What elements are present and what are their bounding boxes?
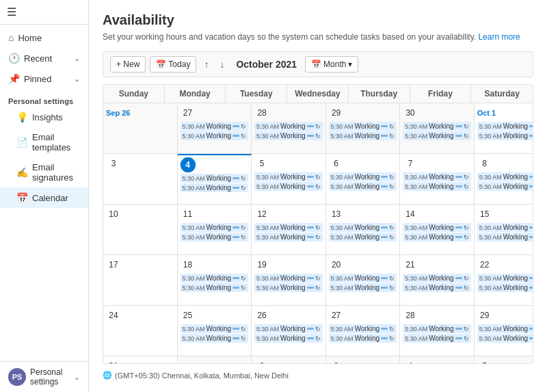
cal-event[interactable]: 5:30 AM Working ↻ <box>254 223 323 232</box>
cal-event[interactable]: 5:30 AM Working ↻ <box>403 131 471 140</box>
cal-cell-29[interactable]: 295:30 AM Working ↻5:30 AM Working ↻ <box>326 103 401 154</box>
sidebar-item-home[interactable]: ⌂ Home <box>0 27 88 48</box>
learn-more-link[interactable]: Learn more <box>478 32 520 42</box>
cal-event[interactable]: 5:30 AM Working ↻ <box>181 183 249 192</box>
cal-event[interactable]: 5:30 AM Working ↻ <box>329 233 397 241</box>
cal-event[interactable]: 5:30 AM Working ↻ <box>181 283 249 292</box>
cal-event[interactable]: 5:30 AM Working ↻ <box>181 233 249 241</box>
cal-event[interactable]: 5:30 AM Working ↻ <box>329 131 397 140</box>
cal-cell-8[interactable]: 85:30 AM Working ↻5:30 AM Working ↻ <box>475 154 533 205</box>
cal-cell-31[interactable]: 315:30 AM Working ↻5:30 AM Working ↻ <box>103 356 178 364</box>
sidebar-item-calendar[interactable]: 📅 Calendar <box>0 187 88 208</box>
cal-event[interactable]: 5:30 AM Working ↻ <box>329 334 397 343</box>
cal-cell-3[interactable]: 3 <box>103 154 178 205</box>
cal-event[interactable]: 5:30 AM Working ↻ <box>477 334 533 343</box>
cal-cell-27[interactable]: 275:30 AM Working ↻5:30 AM Working ↻ <box>178 103 252 154</box>
cal-event[interactable]: 5:30 AM Working ↻ <box>403 274 471 283</box>
cal-cell-15[interactable]: 155:30 AM Working ↻5:30 AM Working ↻ <box>475 205 533 255</box>
cal-event[interactable]: 5:30 AM Working ↻ <box>477 233 533 241</box>
cal-cell-4[interactable]: 45:30 AM Working ↻5:30 AM Working ↻ <box>178 154 252 205</box>
cal-cell-5[interactable]: 55:30 AM Working ↻5:30 AM Working ↻ <box>475 356 533 364</box>
cal-event[interactable]: 5:30 AM Working ↻ <box>477 182 533 191</box>
cal-cell-29[interactable]: 295:30 AM Working ↻5:30 AM Working ↻ <box>475 306 533 356</box>
cal-cell-3[interactable]: 35:30 AM Working ↻5:30 AM Working ↻ <box>326 356 401 364</box>
cal-cell-21[interactable]: 215:30 AM Working ↻5:30 AM Working ↻ <box>400 255 475 306</box>
cal-cell-2[interactable]: 25:30 AM Working ↻5:30 AM Working ↻ <box>252 356 326 364</box>
sidebar-footer[interactable]: PS Personal settings ⌄ <box>0 361 88 392</box>
cal-event[interactable]: 5:30 AM Working ↻ <box>329 172 397 181</box>
cal-cell-18[interactable]: 185:30 AM Working ↻5:30 AM Working ↻ <box>178 255 252 306</box>
cal-event[interactable]: 5:30 AM Working ↻ <box>254 283 323 292</box>
cal-cell-1[interactable]: Oct 15:30 AM Working ↻5:30 AM Working ↻ <box>475 103 533 154</box>
cal-cell-22[interactable]: 225:30 AM Working ↻5:30 AM Working ↻ <box>475 255 533 306</box>
sidebar-item-email-signatures[interactable]: ✍ Email signatures <box>0 157 88 187</box>
cal-event[interactable]: 5:30 AM Working ↻ <box>403 172 471 181</box>
cal-event[interactable]: 5:30 AM Working ↻ <box>254 172 323 181</box>
cal-event[interactable]: 5:30 AM Working ↻ <box>403 223 471 232</box>
cal-cell-27[interactable]: 275:30 AM Working ↻5:30 AM Working ↻ <box>326 306 401 356</box>
cal-event[interactable]: 5:30 AM Working ↻ <box>254 324 323 333</box>
hamburger-icon[interactable]: ☰ <box>7 5 81 18</box>
cal-cell-7[interactable]: 75:30 AM Working ↻5:30 AM Working ↻ <box>400 154 475 205</box>
cal-cell-25[interactable]: 255:30 AM Working ↻5:30 AM Working ↻ <box>178 306 252 356</box>
cal-event[interactable]: 5:30 AM Working ↻ <box>254 131 323 140</box>
cal-event[interactable]: 5:30 AM Working ↻ <box>403 122 471 131</box>
cal-cell-4[interactable]: 45:30 AM Working ↻5:30 AM Working ↻ <box>400 356 475 364</box>
cal-cell-14[interactable]: 145:30 AM Working ↻5:30 AM Working ↻ <box>400 205 475 255</box>
cal-event[interactable]: 5:30 AM Working ↻ <box>181 274 249 283</box>
cal-cell-17[interactable]: 17 <box>103 255 178 306</box>
cal-event[interactable]: 5:30 AM Working ↻ <box>477 122 533 131</box>
cal-event[interactable]: 5:30 AM Working ↻ <box>254 334 323 343</box>
today-button[interactable]: 📅 Today <box>150 56 196 73</box>
cal-event[interactable]: 5:30 AM Working ↻ <box>254 182 323 191</box>
view-button[interactable]: 📅 Month ▾ <box>305 56 358 73</box>
cal-cell-26[interactable]: 265:30 AM Working ↻5:30 AM Working ↻ <box>252 306 326 356</box>
cal-event[interactable]: 5:30 AM Working ↻ <box>181 223 249 232</box>
cal-event[interactable]: 5:30 AM Working ↻ <box>477 172 533 181</box>
sidebar-item-pinned[interactable]: 📌 Pinned ⌄ <box>0 68 88 89</box>
cal-event[interactable]: 5:30 AM Working ↻ <box>254 274 323 283</box>
nav-down-button[interactable]: ↓ <box>216 57 228 72</box>
sidebar-item-recent[interactable]: 🕐 Recent ⌄ <box>0 48 88 68</box>
cal-cell-26[interactable]: Sep 26 <box>103 103 178 154</box>
cal-event[interactable]: 5:30 AM Working ↻ <box>254 233 323 241</box>
cal-cell-11[interactable]: 115:30 AM Working ↻5:30 AM Working ↻ <box>178 205 252 255</box>
cal-event[interactable]: 5:30 AM Working ↻ <box>329 122 397 131</box>
cal-event[interactable]: 5:30 AM Working ↻ <box>329 324 397 333</box>
cal-event[interactable]: 5:30 AM Working ↻ <box>181 131 249 140</box>
cal-event[interactable]: 5:30 AM Working ↻ <box>477 283 533 292</box>
cal-event[interactable]: 5:30 AM Working ↻ <box>181 122 249 131</box>
cal-cell-5[interactable]: 55:30 AM Working ↻5:30 AM Working ↻ <box>252 154 326 205</box>
cal-cell-28[interactable]: 285:30 AM Working ↻5:30 AM Working ↻ <box>400 306 475 356</box>
cal-event[interactable]: 5:30 AM Working ↻ <box>329 274 397 283</box>
cal-event[interactable]: 5:30 AM Working ↻ <box>477 324 533 333</box>
cal-event[interactable]: 5:30 AM Working ↻ <box>403 182 471 191</box>
cal-cell-12[interactable]: 125:30 AM Working ↻5:30 AM Working ↻ <box>252 205 326 255</box>
cal-cell-6[interactable]: 65:30 AM Working ↻5:30 AM Working ↻ <box>326 154 401 205</box>
cal-cell-10[interactable]: 10 <box>103 205 178 255</box>
cal-cell-30[interactable]: 305:30 AM Working ↻5:30 AM Working ↻ <box>400 103 475 154</box>
nav-up-button[interactable]: ↑ <box>200 57 212 72</box>
cal-event[interactable]: 5:30 AM Working ↻ <box>403 324 471 333</box>
cal-event[interactable]: 5:30 AM Working ↻ <box>329 223 397 232</box>
cal-event[interactable]: 5:30 AM Working ↻ <box>403 283 471 292</box>
cal-event[interactable]: 5:30 AM Working ↻ <box>329 283 397 292</box>
cal-event[interactable]: 5:30 AM Working ↻ <box>403 233 471 241</box>
cal-event[interactable]: 5:30 AM Working ↻ <box>254 122 323 131</box>
sidebar-item-insights[interactable]: 💡 Insights <box>0 107 88 127</box>
cal-event[interactable]: 5:30 AM Working ↻ <box>477 131 533 140</box>
cal-event[interactable]: 5:30 AM Working ↻ <box>181 334 249 343</box>
sidebar-item-email-templates[interactable]: 📄 Email templates <box>0 127 88 157</box>
cal-cell-24[interactable]: 24 <box>103 306 178 356</box>
cal-cell-1[interactable]: Nov 15:30 AM Working ↻5:30 AM Working ↻ <box>178 356 252 364</box>
cal-event[interactable]: 5:30 AM Working ↻ <box>181 174 249 183</box>
cal-event[interactable]: 5:30 AM Working ↻ <box>477 223 533 232</box>
cal-event[interactable]: 5:30 AM Working ↻ <box>329 182 397 191</box>
cal-event[interactable]: 5:30 AM Working ↻ <box>403 334 471 343</box>
cal-cell-20[interactable]: 205:30 AM Working ↻5:30 AM Working ↻ <box>326 255 401 306</box>
cal-event[interactable]: 5:30 AM Working ↻ <box>181 324 249 333</box>
cal-cell-13[interactable]: 135:30 AM Working ↻5:30 AM Working ↻ <box>326 205 401 255</box>
cal-event[interactable]: 5:30 AM Working ↻ <box>477 274 533 283</box>
cal-cell-28[interactable]: 285:30 AM Working ↻5:30 AM Working ↻ <box>252 103 326 154</box>
new-button[interactable]: + New <box>110 56 146 73</box>
